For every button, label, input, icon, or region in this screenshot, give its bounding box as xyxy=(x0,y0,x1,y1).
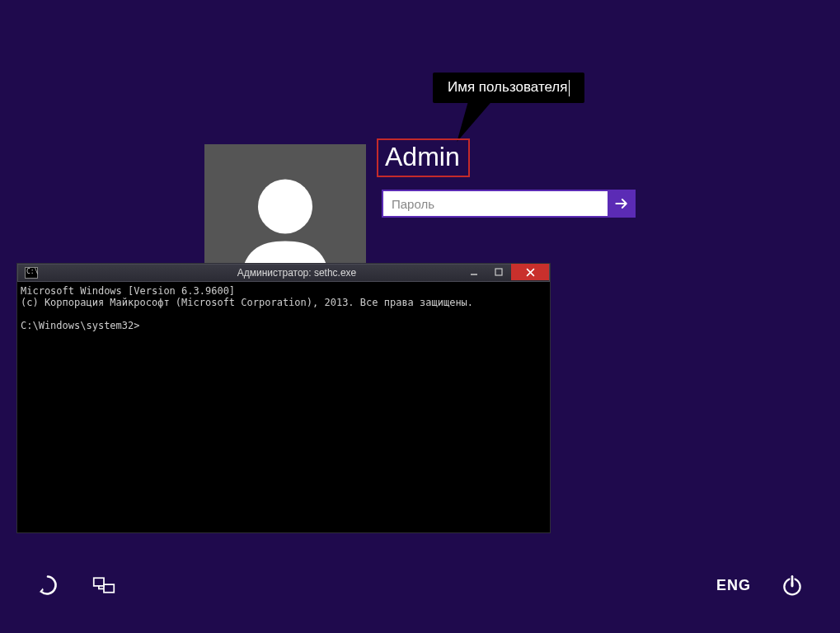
svg-rect-4 xyxy=(104,584,114,593)
window-controls xyxy=(462,264,549,280)
maximize-button[interactable] xyxy=(486,264,511,280)
cmd-titlebar[interactable]: C:\ Администратор: sethc.exe xyxy=(17,264,550,282)
network-button[interactable] xyxy=(92,574,115,597)
cmd-line-1: (c) Корпорация Майкрософт (Microsoft Cor… xyxy=(21,297,473,308)
cmd-output[interactable]: Microsoft Windows [Version 6.3.9600] (c)… xyxy=(17,282,550,532)
ease-of-access-icon xyxy=(36,574,59,597)
close-icon xyxy=(526,268,535,277)
cmd-line-0: Microsoft Windows [Version 6.3.9600] xyxy=(21,285,235,297)
cmd-app-icon: C:\ xyxy=(25,267,38,279)
svg-rect-3 xyxy=(94,578,104,586)
submit-button[interactable] xyxy=(608,190,636,218)
close-button[interactable] xyxy=(511,264,549,280)
username-display: Admin xyxy=(377,138,470,177)
tooltip-pointer xyxy=(452,102,490,142)
username-text: Admin xyxy=(385,142,460,171)
network-icon xyxy=(92,574,115,597)
username-tooltip: Имя пользователя xyxy=(433,73,584,103)
svg-point-0 xyxy=(258,180,312,234)
cmd-line-3: C:\Windows\system32> xyxy=(21,320,140,331)
tooltip-text: Имя пользователя xyxy=(448,79,568,95)
power-button[interactable] xyxy=(781,574,804,597)
cmd-window[interactable]: C:\ Администратор: sethc.exe Microsoft W… xyxy=(17,264,550,532)
power-icon xyxy=(781,574,804,597)
password-group xyxy=(382,190,636,218)
minimize-icon xyxy=(470,268,478,276)
maximize-icon xyxy=(495,268,503,276)
minimize-button[interactable] xyxy=(462,264,486,280)
text-caret xyxy=(569,80,570,96)
password-input[interactable] xyxy=(382,190,608,218)
bottom-left-group xyxy=(36,574,115,597)
bottom-right-group: ENG xyxy=(716,574,804,597)
svg-rect-2 xyxy=(495,269,502,275)
bottom-bar: ENG xyxy=(0,565,840,605)
ease-of-access-button[interactable] xyxy=(36,574,59,597)
language-button[interactable]: ENG xyxy=(716,577,751,594)
arrow-right-icon xyxy=(613,195,630,212)
